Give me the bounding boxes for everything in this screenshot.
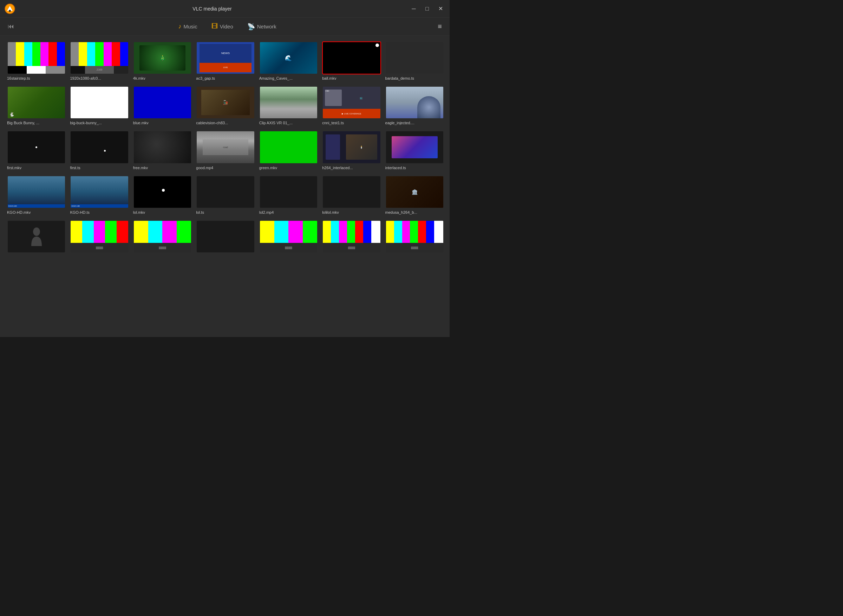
media-thumb bbox=[196, 176, 255, 208]
list-item[interactable]: KGO-HD KGO-HD.mkv bbox=[7, 176, 66, 214]
media-thumb: 🐇 bbox=[7, 86, 66, 119]
back-button[interactable]: ⏮ bbox=[4, 21, 18, 32]
list-item[interactable]: interlaced.ts bbox=[385, 131, 444, 170]
media-thumb bbox=[7, 41, 66, 75]
list-item[interactable]: blue.mkv bbox=[133, 86, 192, 125]
media-thumb: KGO-HD bbox=[7, 176, 66, 208]
media-filename: 1920x1080-afc0... bbox=[70, 76, 128, 81]
media-thumb: ▓▓▓▓ bbox=[259, 220, 318, 253]
media-thumb bbox=[322, 176, 381, 208]
list-item[interactable]: big-buck-bunny_... bbox=[70, 86, 128, 125]
media-filename: lol.ts bbox=[196, 210, 255, 214]
media-filename: KGO-HD.mkv bbox=[7, 210, 66, 214]
list-item[interactable] bbox=[196, 220, 255, 255]
list-item[interactable]: 🌊 Amazing_Caves_... bbox=[259, 41, 318, 81]
list-item[interactable]: bardata_demo.ts bbox=[385, 41, 444, 81]
list-item[interactable]: Clip AXIS VR 01_... bbox=[259, 86, 318, 125]
media-thumb bbox=[385, 86, 444, 119]
list-item[interactable]: lol.mkv bbox=[133, 176, 192, 214]
media-filename: cablevision-ch83... bbox=[196, 121, 255, 125]
media-filename: 4k.mkv bbox=[133, 76, 192, 81]
tab-network[interactable]: 📡 Network bbox=[240, 20, 284, 33]
list-item[interactable]: 🕯️ h264_interlaced... bbox=[322, 131, 381, 170]
media-thumb bbox=[133, 86, 192, 119]
media-thumb: 2160 bbox=[70, 41, 128, 75]
media-thumb bbox=[7, 131, 66, 164]
media-filename: eagle_injected.... bbox=[385, 121, 444, 125]
media-filename: free.mkv bbox=[133, 166, 192, 170]
list-item[interactable]: free.mkv bbox=[133, 131, 192, 170]
list-item[interactable]: lol.ts bbox=[196, 176, 255, 214]
media-filename: big-buck-bunny_... bbox=[70, 121, 128, 125]
media-thumb bbox=[259, 131, 318, 164]
list-item[interactable]: road good.mp4 bbox=[196, 131, 255, 170]
list-item[interactable]: CNN 📺 ▶ LIVE COVERAGE cnni_test1.ts bbox=[322, 86, 381, 125]
media-filename: first.ts bbox=[70, 166, 128, 170]
app-title: VLC media player bbox=[193, 6, 231, 12]
list-item[interactable]: green.mkv bbox=[259, 131, 318, 170]
tab-video[interactable]: 🎞 Video bbox=[204, 20, 240, 33]
media-thumb: 🏛️ bbox=[385, 176, 444, 208]
list-item[interactable]: 🚂 cablevision-ch83... bbox=[196, 86, 255, 125]
maximize-button[interactable]: □ bbox=[422, 4, 432, 14]
media-filename: Big Buck Bunny, ... bbox=[7, 121, 66, 125]
tab-video-label: Video bbox=[220, 23, 233, 29]
list-item[interactable]: eagle_injected.... bbox=[385, 86, 444, 125]
list-item[interactable]: first.ts bbox=[70, 131, 128, 170]
media-grid: 16stairstep.ts 2160 1920x1080-afc0... bbox=[7, 41, 444, 255]
media-filename: KGO-HD.ts bbox=[70, 210, 128, 214]
media-thumb bbox=[196, 220, 255, 253]
list-item[interactable]: ball.mkv bbox=[322, 41, 381, 81]
list-item[interactable]: ▓▓▓▓ bbox=[70, 220, 128, 255]
media-filename: ball.mkv bbox=[322, 76, 381, 81]
menu-button[interactable]: ≡ bbox=[434, 21, 446, 33]
media-thumb bbox=[70, 86, 128, 119]
list-item[interactable]: KGO-HD KGO-HD.ts bbox=[70, 176, 128, 214]
media-filename: blue.mkv bbox=[133, 121, 192, 125]
toolbar: ⏮ ♪ Music 🎞 Video 📡 Network ≡ bbox=[0, 18, 450, 36]
list-item[interactable]: 2160 1920x1080-afc0... bbox=[70, 41, 128, 81]
tab-music-label: Music bbox=[184, 23, 197, 29]
media-thumb: ▓▓▓▓ bbox=[70, 220, 128, 253]
list-item[interactable]: ▓▓▓▓ bbox=[385, 220, 444, 255]
media-filename: cnni_test1.ts bbox=[322, 121, 381, 125]
media-thumb: ▓▓▓▓ bbox=[385, 220, 444, 253]
list-item[interactable]: lol2.mp4 bbox=[259, 176, 318, 214]
titlebar: VLC media player ─ □ ✕ bbox=[0, 0, 450, 18]
music-icon: ♪ bbox=[178, 23, 182, 30]
media-thumb bbox=[133, 176, 192, 208]
media-thumb bbox=[259, 86, 318, 119]
list-item[interactable]: NEWS LIVE ac3_gap.ts bbox=[196, 41, 255, 81]
media-thumb bbox=[385, 131, 444, 164]
list-item[interactable]: 🎄 4k.mkv bbox=[133, 41, 192, 81]
media-thumb bbox=[70, 131, 128, 164]
list-item[interactable] bbox=[7, 220, 66, 255]
media-filename: Amazing_Caves_... bbox=[259, 76, 318, 81]
media-filename: Clip AXIS VR 01_... bbox=[259, 121, 318, 125]
media-thumb bbox=[385, 41, 444, 75]
list-item[interactable]: 🐇 Big Buck Bunny, ... bbox=[7, 86, 66, 125]
media-filename: first.mkv bbox=[7, 166, 66, 170]
media-filename: green.mkv bbox=[259, 166, 318, 170]
list-item[interactable]: 🏛️ medusa_h264_b... bbox=[385, 176, 444, 214]
media-thumb bbox=[7, 220, 66, 253]
list-item[interactable]: ▓▓▓▓ bbox=[322, 220, 381, 255]
list-item[interactable]: lolilol.mkv bbox=[322, 176, 381, 214]
tab-network-label: Network bbox=[257, 23, 277, 29]
list-item[interactable]: ▓▓▓▓ bbox=[133, 220, 192, 255]
media-filename: bardata_demo.ts bbox=[385, 76, 444, 81]
media-thumb bbox=[133, 131, 192, 164]
media-thumb: 🚂 bbox=[196, 86, 255, 119]
list-item[interactable]: 16stairstep.ts bbox=[7, 41, 66, 81]
tab-music[interactable]: ♪ Music bbox=[171, 20, 204, 33]
close-button[interactable]: ✕ bbox=[435, 4, 446, 14]
media-thumb: ▓▓▓▓ bbox=[322, 220, 381, 253]
list-item[interactable]: ▓▓▓▓ bbox=[259, 220, 318, 255]
list-item[interactable]: first.mkv bbox=[7, 131, 66, 170]
svg-point-3 bbox=[33, 227, 40, 236]
media-thumb: KGO-HD bbox=[70, 176, 128, 208]
media-library: 16stairstep.ts 2160 1920x1080-afc0... bbox=[0, 36, 450, 337]
media-filename: good.mp4 bbox=[196, 166, 255, 170]
minimize-button[interactable]: ─ bbox=[409, 4, 419, 14]
media-thumb: CNN 📺 ▶ LIVE COVERAGE bbox=[322, 86, 381, 119]
